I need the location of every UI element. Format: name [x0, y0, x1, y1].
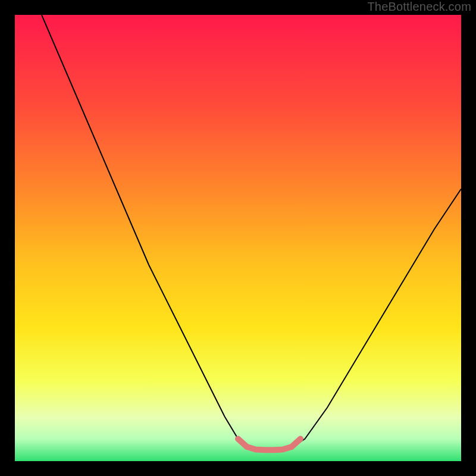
watermark-text: TheBottleneck.com	[367, 0, 471, 14]
plot-area	[15, 15, 461, 461]
plot-svg	[15, 15, 461, 461]
gradient-bg	[15, 15, 461, 461]
chart-container: TheBottleneck.com	[0, 0, 476, 476]
